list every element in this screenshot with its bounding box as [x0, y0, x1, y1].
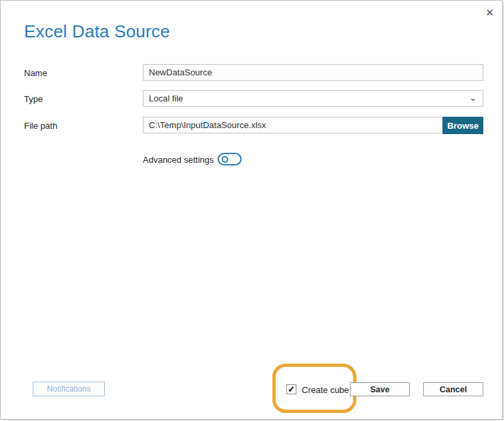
save-button[interactable]: Save — [350, 382, 410, 396]
notifications-button[interactable]: Notifications — [33, 382, 105, 396]
toggle-knob — [222, 156, 228, 163]
advanced-settings-toggle[interactable] — [218, 153, 242, 165]
name-label: Name — [24, 68, 47, 78]
page-title: Excel Data Source — [24, 21, 170, 42]
cancel-button[interactable]: Cancel — [423, 382, 483, 396]
type-label: Type — [24, 94, 43, 104]
advanced-settings-label: Advanced settings — [143, 155, 214, 165]
file-path-input[interactable] — [143, 117, 443, 133]
type-select-value: Local file — [149, 93, 183, 103]
type-select[interactable]: Local file ⌄ — [143, 90, 483, 107]
close-icon[interactable]: ✕ — [484, 6, 495, 19]
create-cube-checkbox[interactable]: ✓ — [286, 384, 296, 394]
name-input[interactable] — [143, 64, 483, 81]
create-cube-label: Create cube — [302, 385, 349, 395]
excel-data-source-dialog: ✕ Excel Data Source Name Type Local file… — [0, 0, 503, 420]
chevron-down-icon: ⌄ — [469, 91, 477, 105]
file-path-label: File path — [24, 121, 57, 131]
browse-button[interactable]: Browse — [443, 117, 483, 134]
